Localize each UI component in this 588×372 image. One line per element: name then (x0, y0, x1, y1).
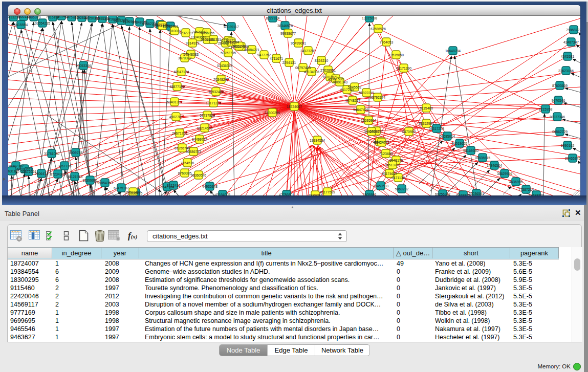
svg-text:77387214: 77387214 (518, 188, 534, 191)
svg-text:3435240: 3435240 (232, 45, 246, 48)
svg-text:10932480: 10932480 (208, 90, 224, 94)
svg-text:08317278: 08317278 (429, 127, 444, 130)
svg-text:2294131: 2294131 (282, 61, 296, 64)
svg-text:34123281: 34123281 (300, 49, 316, 53)
svg-text:3267736: 3267736 (58, 164, 72, 168)
svg-text:20465375: 20465375 (565, 157, 580, 160)
svg-text:48877190: 48877190 (169, 85, 185, 89)
svg-text:19399091: 19399091 (82, 179, 98, 182)
svg-text:33749894: 33749894 (224, 40, 239, 44)
svg-text:20053346: 20053346 (76, 64, 91, 68)
svg-text:96360576: 96360576 (191, 173, 206, 177)
svg-text:79868727: 79868727 (566, 28, 580, 32)
svg-text:4902787: 4902787 (169, 115, 183, 119)
svg-text:13171274: 13171274 (206, 101, 221, 105)
svg-text:94019655: 94019655 (452, 142, 467, 145)
svg-text:39533942: 39533942 (364, 130, 379, 134)
svg-text:4711671: 4711671 (270, 57, 283, 60)
svg-text:04499727: 04499727 (192, 138, 207, 141)
svg-text:40084271: 40084271 (244, 48, 259, 52)
svg-text:50752735: 50752735 (221, 51, 236, 55)
svg-text:08121913: 08121913 (67, 175, 82, 179)
svg-text:16648784: 16648784 (445, 49, 461, 53)
svg-text:31781080: 31781080 (44, 152, 59, 156)
svg-text:40164005: 40164005 (215, 193, 230, 196)
svg-text:94647436: 94647436 (353, 108, 368, 112)
svg-text:55886753: 55886753 (186, 150, 201, 154)
svg-text:27028951: 27028951 (320, 69, 336, 72)
svg-text:0470952: 0470952 (402, 130, 416, 134)
svg-text:4345581: 4345581 (561, 55, 575, 58)
svg-text:96513709: 96513709 (385, 163, 400, 167)
svg-text:88937346: 88937346 (550, 115, 565, 119)
svg-text:99854353: 99854353 (97, 181, 113, 185)
svg-text:7839084: 7839084 (309, 193, 322, 196)
svg-text:8215958: 8215958 (539, 107, 553, 111)
svg-text:13433200: 13433200 (529, 193, 544, 196)
svg-text:43039117: 43039117 (224, 25, 239, 29)
svg-text:43487347: 43487347 (563, 40, 579, 44)
svg-text:6990162: 6990162 (561, 144, 575, 147)
svg-text:36629946: 36629946 (497, 172, 512, 176)
svg-text:81177589: 81177589 (320, 190, 335, 194)
svg-text:20450533: 20450533 (373, 184, 388, 188)
svg-text:6073375: 6073375 (456, 193, 470, 196)
svg-text:18724007: 18724007 (287, 105, 302, 108)
svg-text:7154516: 7154516 (181, 161, 194, 165)
svg-text:7123685: 7123685 (379, 152, 393, 156)
svg-text:6048175: 6048175 (389, 159, 403, 162)
svg-text:98214658: 98214658 (197, 126, 212, 130)
svg-text:7964053: 7964053 (380, 40, 394, 44)
svg-text:0471138: 0471138 (391, 176, 405, 180)
svg-text:23623166: 23623166 (558, 69, 574, 73)
svg-text:29671756: 29671756 (172, 132, 187, 135)
svg-text:38346578: 38346578 (277, 24, 293, 28)
svg-text:8386379: 8386379 (27, 16, 41, 19)
svg-text:13695944: 13695944 (361, 119, 376, 122)
svg-text:98169340: 98169340 (463, 149, 478, 152)
svg-text:78091343: 78091343 (332, 80, 347, 84)
svg-text:42786801: 42786801 (279, 193, 294, 196)
svg-text:8412411: 8412411 (167, 184, 180, 187)
svg-text:9115460: 9115460 (420, 106, 433, 110)
svg-text:73515850: 73515850 (388, 53, 404, 57)
svg-text:06797403: 06797403 (295, 66, 311, 70)
svg-text:49947174: 49947174 (173, 70, 189, 74)
svg-text:60256342: 60256342 (435, 192, 450, 196)
svg-text:4436995: 4436995 (509, 180, 523, 184)
svg-text:8760385: 8760385 (178, 171, 192, 175)
svg-text:87603669: 87603669 (552, 84, 568, 87)
svg-text:54948083: 54948083 (183, 53, 199, 56)
svg-text:8324210: 8324210 (315, 59, 329, 62)
svg-text:59401399: 59401399 (167, 100, 182, 104)
svg-text:44431351: 44431351 (206, 38, 221, 41)
svg-text:3678377: 3678377 (178, 56, 192, 60)
svg-text:8227824: 8227824 (266, 16, 280, 20)
svg-text:01436349: 01436349 (217, 64, 232, 68)
svg-text:19384554: 19384554 (310, 139, 325, 142)
svg-text:5045562: 5045562 (348, 85, 362, 89)
svg-text:40748217: 40748217 (345, 99, 360, 102)
svg-text:02654235: 02654235 (35, 21, 50, 25)
svg-text:06562729: 06562729 (552, 130, 568, 134)
svg-text:93174612: 93174612 (382, 172, 397, 176)
svg-text:9477752: 9477752 (257, 53, 271, 57)
svg-text:13315098: 13315098 (362, 16, 377, 20)
svg-text:14846564: 14846564 (487, 164, 502, 167)
svg-text:44935348: 44935348 (202, 185, 217, 188)
svg-text:43171390: 43171390 (396, 67, 411, 70)
svg-text:67586926: 67586926 (371, 27, 386, 31)
svg-text:67737826: 67737826 (200, 114, 215, 117)
svg-text:9670546: 9670546 (552, 99, 565, 102)
svg-text:5009788: 5009788 (69, 151, 83, 155)
svg-text:70348247: 70348247 (213, 78, 229, 81)
svg-text:58685014: 58685014 (440, 135, 455, 138)
svg-text:18300295: 18300295 (265, 111, 280, 115)
svg-text:51256746: 51256746 (175, 146, 190, 150)
svg-text:33036541: 33036541 (469, 192, 484, 195)
svg-text:64641708: 64641708 (155, 24, 170, 28)
svg-text:87234309: 87234309 (50, 172, 66, 176)
svg-text:93352904: 93352904 (419, 122, 434, 125)
svg-text:08835615: 08835615 (475, 156, 490, 160)
svg-text:47134936: 47134936 (304, 70, 319, 74)
